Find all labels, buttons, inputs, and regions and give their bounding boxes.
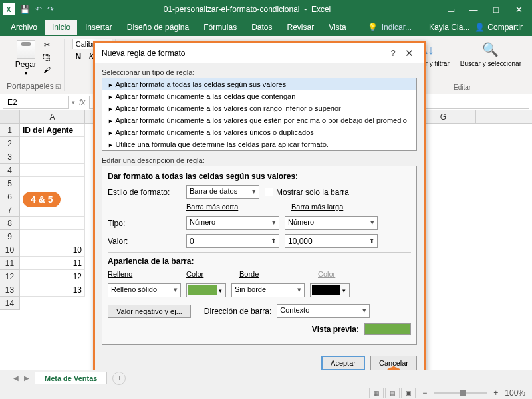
bar-direction-label: Dirección de barra:	[204, 307, 271, 316]
save-icon[interactable]: 💾	[20, 5, 30, 14]
callout-step-4-5: 4 & 5	[23, 192, 61, 207]
tab-nav-prev-icon[interactable]: ◀	[13, 374, 19, 382]
cell[interactable]	[20, 150, 85, 164]
row-header[interactable]: 9	[0, 230, 20, 243]
max-type-select[interactable]: Número	[285, 216, 378, 230]
tab-formulas[interactable]: Fórmulas	[197, 20, 243, 35]
status-bar: ▦ ▤ ▣ − + 100%	[0, 386, 532, 399]
cell[interactable]	[20, 164, 85, 177]
rule-type-item[interactable]: Aplicar formato únicamente a los valores…	[102, 114, 416, 126]
tab-archivo[interactable]: Archivo	[4, 20, 44, 35]
close-icon[interactable]: ✕	[401, 47, 417, 59]
add-sheet-button[interactable]: +	[112, 372, 126, 385]
cell[interactable]: ID del Agente	[20, 124, 85, 137]
row-header[interactable]: 5	[0, 177, 20, 190]
cell[interactable]: 13	[20, 283, 85, 297]
format-style-select[interactable]: Barra de datos	[186, 185, 259, 199]
tab-insertar[interactable]: Insertar	[78, 20, 119, 35]
max-value-input[interactable]: 10,000⬆	[285, 234, 378, 248]
row-header[interactable]: 2	[0, 137, 20, 150]
shortest-bar-label: Barra más corta	[186, 203, 286, 211]
dialog-launcher-icon[interactable]: ◱	[55, 83, 61, 90]
share-button[interactable]: 👤 Compartir	[475, 23, 523, 32]
rule-type-item[interactable]: Aplicar formato únicamente a las celdas …	[102, 90, 416, 102]
user-name[interactable]: Kayla Cla...	[429, 23, 469, 32]
row-header[interactable]: 12	[0, 270, 20, 283]
tell-me[interactable]: 💡 Indicar...	[368, 23, 422, 32]
fill-color-picker[interactable]: ▾	[186, 283, 226, 297]
row-header[interactable]: 13	[0, 283, 20, 297]
tab-vista[interactable]: Vista	[322, 20, 352, 35]
column-header[interactable]: A	[20, 110, 85, 123]
find-select-button[interactable]: 🔍 Buscar y seleccionar	[456, 39, 525, 68]
accept-button[interactable]: Aceptar	[321, 356, 365, 370]
page-layout-view-icon[interactable]: ▤	[385, 388, 400, 398]
border-type-select[interactable]: Sin borde	[231, 283, 305, 297]
tab-datos[interactable]: Datos	[245, 20, 279, 35]
redo-icon[interactable]: ↷	[47, 5, 54, 14]
row-header[interactable]: 8	[0, 217, 20, 230]
tab-diseno[interactable]: Diseño de página	[120, 20, 196, 35]
rule-type-item[interactable]: Utilice una fórmula que determine las ce…	[102, 138, 416, 150]
fill-type-select[interactable]: Relleno sólido	[108, 283, 181, 297]
format-painter-icon[interactable]: 🖌	[41, 64, 54, 76]
fx-icon[interactable]: fx	[75, 98, 89, 107]
cell[interactable]	[20, 177, 85, 190]
help-icon[interactable]: ?	[385, 48, 401, 58]
row-header[interactable]: 7	[0, 203, 20, 217]
tab-inicio[interactable]: Inicio	[45, 20, 77, 35]
dialog-titlebar[interactable]: Nueva regla de formato ? ✕	[95, 43, 424, 63]
format-style-label: Estilo de formato:	[108, 188, 181, 197]
zoom-level[interactable]: 100%	[505, 388, 525, 398]
cell[interactable]	[20, 137, 85, 150]
rule-type-list[interactable]: Aplicar formato a todas las celdas según…	[102, 78, 417, 151]
close-icon[interactable]: ✕	[508, 1, 529, 17]
tab-nav-next-icon[interactable]: ▶	[24, 374, 29, 382]
range-picker-icon[interactable]: ⬆	[271, 237, 276, 245]
color-swatch-icon	[188, 285, 217, 295]
undo-icon[interactable]: ↶	[35, 5, 42, 14]
rule-type-item[interactable]: Aplicar formato únicamente a los valores…	[102, 126, 416, 138]
bar-direction-select[interactable]: Contexto	[277, 304, 370, 318]
normal-view-icon[interactable]: ▦	[369, 388, 384, 398]
row-header[interactable]: 4	[0, 164, 20, 177]
range-picker-icon[interactable]: ⬆	[369, 237, 374, 245]
color-swatch-icon	[312, 285, 340, 295]
zoom-out-icon[interactable]: −	[422, 388, 427, 398]
cell[interactable]: 12	[20, 270, 85, 283]
copy-icon[interactable]: ⿻	[41, 51, 54, 63]
cell[interactable]: 10	[20, 243, 85, 257]
min-value-input[interactable]: 0⬆	[186, 234, 279, 248]
select-all-corner[interactable]	[0, 110, 20, 123]
ribbon-options-icon[interactable]: ▭	[440, 1, 462, 17]
row-header[interactable]: 14	[0, 297, 20, 310]
row-header[interactable]: 11	[0, 257, 20, 270]
border-color-picker[interactable]: ▾	[310, 283, 350, 297]
row-header[interactable]: 1	[0, 124, 20, 137]
row-header[interactable]: 3	[0, 150, 20, 164]
negative-value-button[interactable]: Valor negativo y ej...	[108, 305, 191, 318]
zoom-slider[interactable]	[434, 392, 487, 394]
row-header[interactable]: 6	[0, 190, 20, 203]
cut-icon[interactable]: ✂	[41, 39, 54, 51]
show-bar-only-checkbox[interactable]: Mostrar solo la barra	[265, 188, 349, 197]
longest-bar-label: Barra más larga	[291, 203, 391, 211]
cell[interactable]: 11	[20, 257, 85, 270]
min-type-select[interactable]: Número	[186, 216, 279, 230]
tab-revisar[interactable]: Revisar	[281, 20, 321, 35]
cell[interactable]	[20, 230, 85, 243]
rule-type-item[interactable]: Aplicar formato únicamente a los valores…	[102, 102, 416, 114]
maximize-icon[interactable]: □	[485, 1, 507, 17]
name-box[interactable]	[3, 96, 69, 109]
page-break-view-icon[interactable]: ▣	[401, 388, 416, 398]
zoom-in-icon[interactable]: +	[493, 388, 498, 398]
minimize-icon[interactable]: —	[463, 1, 484, 17]
qat[interactable]: 💾 ↶ ↷	[20, 5, 54, 14]
dialog-title: Nueva regla de formato	[102, 49, 385, 58]
row-header[interactable]: 10	[0, 243, 20, 257]
paste-button[interactable]: Pegar ▾	[14, 39, 38, 78]
rule-type-item[interactable]: Aplicar formato a todas las celdas según…	[102, 78, 416, 90]
cell[interactable]	[20, 217, 85, 230]
sheet-tab[interactable]: Meta de Ventas	[35, 372, 107, 384]
bold-button[interactable]: N	[72, 51, 84, 63]
